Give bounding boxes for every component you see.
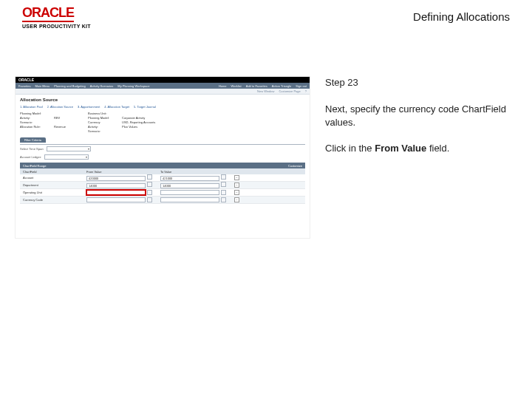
ss-label: Scenario:	[20, 120, 50, 124]
table-row: Currency Code −	[20, 197, 305, 204]
cf-name: Currency Code	[20, 198, 86, 202]
table-row: Account 420000 421000 −	[20, 174, 305, 182]
ss-label: Planning Model:	[20, 112, 50, 115]
ss-menu-item[interactable]: Worklist	[231, 84, 242, 88]
ss-menu-item[interactable]: Main Menu	[35, 84, 50, 88]
ss-label: Activity:	[88, 125, 117, 129]
oracle-logo: ORACLE	[22, 6, 91, 19]
from-value-input[interactable]: 420000	[86, 176, 146, 181]
ss-value: Revenue	[54, 125, 66, 129]
ss-menu-item[interactable]: Add to Favorites	[246, 84, 267, 88]
ss-label: Currency:	[88, 120, 117, 124]
delete-row-button[interactable]: −	[234, 190, 239, 195]
ss-step-link[interactable]: 3. Apportionment	[78, 105, 100, 109]
ss-value: USD, Reporting Accounts	[122, 120, 155, 124]
from-value-input[interactable]	[86, 197, 146, 202]
grid-title: ChartField Range	[23, 164, 46, 168]
from-value-input[interactable]	[86, 190, 146, 195]
instruction-body: Next, specify the currency code ChartFie…	[325, 103, 510, 129]
ss-menu-item[interactable]: Planning and Budgeting	[54, 84, 85, 88]
ss-step-link[interactable]: 1. Allocation Pool	[20, 105, 43, 109]
col-from-value: From Value	[86, 170, 160, 174]
ss-step-link[interactable]: 4. Allocation Target	[104, 105, 129, 109]
lookup-icon[interactable]	[147, 197, 152, 202]
ss-step-nav: 1. Allocation Pool 2. Allocation Source …	[20, 105, 305, 109]
page-header: ORACLE USER PRODUCTIVITY KIT Defining Al…	[0, 0, 532, 32]
ss-value: Plan Values	[122, 125, 137, 129]
ss-menu-item[interactable]: Sign out	[296, 84, 307, 88]
ss-label: Planning Model:	[88, 116, 117, 120]
filter-criteria-tab[interactable]: Filter Criteria	[20, 137, 46, 143]
ss-step-link[interactable]: 2. Allocation Source	[47, 105, 73, 109]
embedded-screenshot: ORACLE Favorites Main Menu Planning and …	[15, 76, 310, 239]
instruction-action: Click in the From Value field.	[325, 142, 510, 155]
ss-sub-bar: New Window Customize Page ?	[16, 89, 310, 95]
help-icon[interactable]: ?	[305, 89, 307, 93]
delete-row-button[interactable]: −	[234, 175, 239, 180]
logo-underline	[22, 21, 74, 22]
lookup-icon[interactable]	[147, 174, 152, 180]
cf-name: Department	[20, 183, 86, 187]
ledger-select[interactable]	[44, 154, 89, 160]
to-value-input[interactable]	[160, 197, 219, 202]
ss-subbar-link[interactable]: New Window	[257, 89, 274, 93]
ss-label: Allocation Rule:	[20, 125, 50, 129]
lookup-icon[interactable]	[221, 182, 226, 187]
cf-name: Account	[20, 176, 86, 180]
from-value-input[interactable]: 14000	[86, 183, 146, 188]
document-title: Defining Allocations	[413, 6, 510, 23]
action-pre: Click in the	[325, 143, 375, 154]
ss-brand-bar: ORACLE	[16, 77, 310, 83]
ss-context-fields: Planning Model: Activity:REV Scenario: A…	[20, 112, 305, 133]
ledger-label: Account Ledger:	[20, 155, 41, 159]
grid-customize-link[interactable]: Customize	[288, 164, 302, 168]
ss-menu-item[interactable]: Home	[219, 84, 227, 88]
ss-menu-bar: Favorites Main Menu Planning and Budgeti…	[16, 83, 310, 89]
ss-menu-item[interactable]: Activity Scenarios	[90, 84, 114, 88]
lookup-icon[interactable]	[221, 174, 226, 180]
col-chartfield: ChartField	[20, 170, 86, 174]
action-field-name: From Value	[375, 143, 426, 154]
ss-label: Business Unit:	[88, 112, 117, 115]
ss-value: REV	[54, 116, 60, 120]
ss-label: Scenario:	[88, 129, 117, 133]
time-span-label: Select Time Span:	[20, 147, 44, 151]
grid-header-bar: ChartField Range Customize	[20, 163, 305, 168]
action-post: field.	[426, 143, 449, 154]
instruction-panel: Step 23 Next, specify the currency code …	[325, 76, 510, 239]
ss-step-link[interactable]: 5. Target Journal	[134, 105, 156, 109]
ledger-row: Account Ledger:	[20, 154, 305, 160]
ss-value: Corporate Activity	[122, 116, 145, 120]
table-row: Department 14000 14000 −	[20, 182, 305, 189]
ss-menu-item[interactable]: Action Triangle	[272, 84, 291, 88]
grid-column-row: ChartField From Value To Value	[20, 168, 305, 174]
cf-name: Operating Unit	[20, 191, 86, 194]
main-content: ORACLE Favorites Main Menu Planning and …	[0, 32, 532, 239]
time-span-row: Select Time Span:	[20, 146, 305, 151]
ss-brand-text: ORACLE	[18, 78, 34, 82]
time-span-select[interactable]	[47, 146, 91, 151]
col-to-value: To Value	[160, 170, 234, 174]
logo-block: ORACLE USER PRODUCTIVITY KIT	[22, 6, 91, 29]
ss-menu-item[interactable]: Favorites	[18, 84, 30, 88]
upk-subtitle: USER PRODUCTIVITY KIT	[22, 24, 91, 29]
to-value-input[interactable]: 14000	[160, 183, 219, 188]
delete-row-button[interactable]: −	[234, 183, 239, 188]
ss-menu-item[interactable]: My Planning Workspace	[117, 84, 149, 88]
to-value-input[interactable]	[160, 190, 219, 195]
lookup-icon[interactable]	[221, 190, 226, 195]
delete-row-button[interactable]: −	[234, 197, 239, 202]
table-row: Operating Unit −	[20, 189, 305, 197]
ss-subbar-link[interactable]: Customize Page	[279, 89, 300, 93]
to-value-input[interactable]: 421000	[160, 176, 219, 181]
step-number: Step 23	[325, 76, 510, 89]
ss-label: Activity:	[20, 116, 50, 120]
lookup-icon[interactable]	[147, 182, 152, 187]
ss-page-body: Allocation Source 1. Allocation Pool 2. …	[16, 95, 310, 207]
lookup-icon[interactable]	[147, 190, 152, 195]
ss-page-heading: Allocation Source	[20, 98, 305, 102]
lookup-icon[interactable]	[221, 197, 226, 202]
